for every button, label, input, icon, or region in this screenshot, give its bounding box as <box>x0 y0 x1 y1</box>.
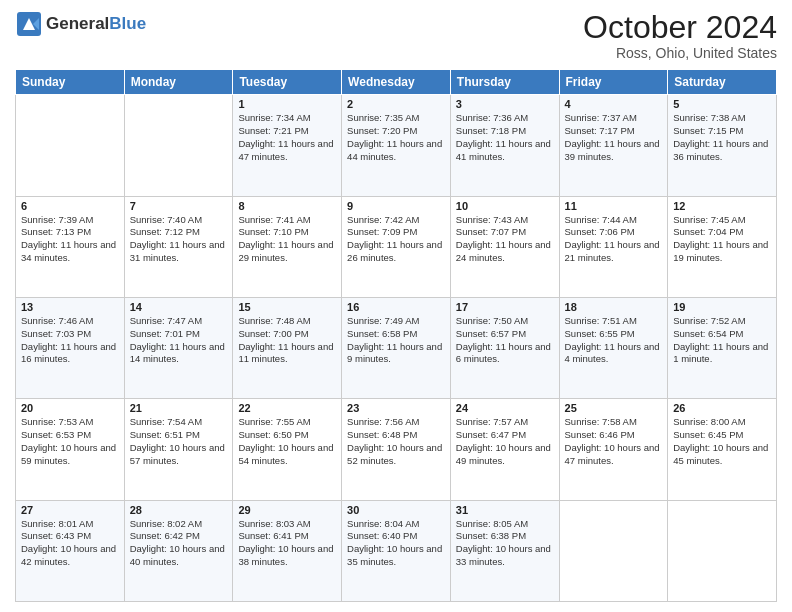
day-info: Sunrise: 7:37 AM Sunset: 7:17 PM Dayligh… <box>565 112 663 163</box>
day-info: Sunrise: 7:35 AM Sunset: 7:20 PM Dayligh… <box>347 112 445 163</box>
table-row: 10Sunrise: 7:43 AM Sunset: 7:07 PM Dayli… <box>450 196 559 297</box>
day-info: Sunrise: 7:48 AM Sunset: 7:00 PM Dayligh… <box>238 315 336 366</box>
table-row: 27Sunrise: 8:01 AM Sunset: 6:43 PM Dayli… <box>16 500 125 601</box>
calendar-week-row: 6Sunrise: 7:39 AM Sunset: 7:13 PM Daylig… <box>16 196 777 297</box>
day-number: 9 <box>347 200 445 212</box>
day-info: Sunrise: 7:55 AM Sunset: 6:50 PM Dayligh… <box>238 416 336 467</box>
calendar-week-row: 20Sunrise: 7:53 AM Sunset: 6:53 PM Dayli… <box>16 399 777 500</box>
day-number: 17 <box>456 301 554 313</box>
table-row: 26Sunrise: 8:00 AM Sunset: 6:45 PM Dayli… <box>668 399 777 500</box>
table-row <box>668 500 777 601</box>
day-info: Sunrise: 7:44 AM Sunset: 7:06 PM Dayligh… <box>565 214 663 265</box>
calendar-week-row: 27Sunrise: 8:01 AM Sunset: 6:43 PM Dayli… <box>16 500 777 601</box>
day-number: 12 <box>673 200 771 212</box>
table-row: 18Sunrise: 7:51 AM Sunset: 6:55 PM Dayli… <box>559 297 668 398</box>
table-row: 21Sunrise: 7:54 AM Sunset: 6:51 PM Dayli… <box>124 399 233 500</box>
col-friday: Friday <box>559 70 668 95</box>
calendar-header-row: Sunday Monday Tuesday Wednesday Thursday… <box>16 70 777 95</box>
day-number: 11 <box>565 200 663 212</box>
day-number: 14 <box>130 301 228 313</box>
day-number: 24 <box>456 402 554 414</box>
subtitle: Ross, Ohio, United States <box>583 45 777 61</box>
table-row: 22Sunrise: 7:55 AM Sunset: 6:50 PM Dayli… <box>233 399 342 500</box>
table-row: 5Sunrise: 7:38 AM Sunset: 7:15 PM Daylig… <box>668 95 777 196</box>
title-area: October 2024 Ross, Ohio, United States <box>583 10 777 61</box>
day-number: 20 <box>21 402 119 414</box>
day-number: 15 <box>238 301 336 313</box>
day-info: Sunrise: 7:54 AM Sunset: 6:51 PM Dayligh… <box>130 416 228 467</box>
col-wednesday: Wednesday <box>342 70 451 95</box>
table-row: 17Sunrise: 7:50 AM Sunset: 6:57 PM Dayli… <box>450 297 559 398</box>
day-info: Sunrise: 7:45 AM Sunset: 7:04 PM Dayligh… <box>673 214 771 265</box>
table-row <box>559 500 668 601</box>
logo: GeneralBlue <box>15 10 146 38</box>
table-row: 11Sunrise: 7:44 AM Sunset: 7:06 PM Dayli… <box>559 196 668 297</box>
day-number: 18 <box>565 301 663 313</box>
day-number: 27 <box>21 504 119 516</box>
day-number: 25 <box>565 402 663 414</box>
logo-general-text: General <box>46 14 109 33</box>
day-info: Sunrise: 7:40 AM Sunset: 7:12 PM Dayligh… <box>130 214 228 265</box>
day-info: Sunrise: 7:50 AM Sunset: 6:57 PM Dayligh… <box>456 315 554 366</box>
day-info: Sunrise: 8:03 AM Sunset: 6:41 PM Dayligh… <box>238 518 336 569</box>
day-number: 3 <box>456 98 554 110</box>
day-number: 8 <box>238 200 336 212</box>
table-row: 16Sunrise: 7:49 AM Sunset: 6:58 PM Dayli… <box>342 297 451 398</box>
day-info: Sunrise: 7:49 AM Sunset: 6:58 PM Dayligh… <box>347 315 445 366</box>
day-number: 26 <box>673 402 771 414</box>
logo-blue-text: Blue <box>109 14 146 33</box>
day-number: 5 <box>673 98 771 110</box>
day-info: Sunrise: 7:58 AM Sunset: 6:46 PM Dayligh… <box>565 416 663 467</box>
header: GeneralBlue October 2024 Ross, Ohio, Uni… <box>15 10 777 61</box>
table-row: 24Sunrise: 7:57 AM Sunset: 6:47 PM Dayli… <box>450 399 559 500</box>
day-info: Sunrise: 7:34 AM Sunset: 7:21 PM Dayligh… <box>238 112 336 163</box>
table-row: 20Sunrise: 7:53 AM Sunset: 6:53 PM Dayli… <box>16 399 125 500</box>
calendar-week-row: 13Sunrise: 7:46 AM Sunset: 7:03 PM Dayli… <box>16 297 777 398</box>
table-row: 13Sunrise: 7:46 AM Sunset: 7:03 PM Dayli… <box>16 297 125 398</box>
table-row: 7Sunrise: 7:40 AM Sunset: 7:12 PM Daylig… <box>124 196 233 297</box>
table-row: 1Sunrise: 7:34 AM Sunset: 7:21 PM Daylig… <box>233 95 342 196</box>
table-row: 12Sunrise: 7:45 AM Sunset: 7:04 PM Dayli… <box>668 196 777 297</box>
table-row: 9Sunrise: 7:42 AM Sunset: 7:09 PM Daylig… <box>342 196 451 297</box>
day-info: Sunrise: 7:36 AM Sunset: 7:18 PM Dayligh… <box>456 112 554 163</box>
table-row: 2Sunrise: 7:35 AM Sunset: 7:20 PM Daylig… <box>342 95 451 196</box>
day-number: 23 <box>347 402 445 414</box>
day-number: 22 <box>238 402 336 414</box>
table-row: 4Sunrise: 7:37 AM Sunset: 7:17 PM Daylig… <box>559 95 668 196</box>
day-number: 30 <box>347 504 445 516</box>
table-row <box>16 95 125 196</box>
day-number: 6 <box>21 200 119 212</box>
table-row: 30Sunrise: 8:04 AM Sunset: 6:40 PM Dayli… <box>342 500 451 601</box>
logo-icon <box>15 10 43 38</box>
day-number: 10 <box>456 200 554 212</box>
col-monday: Monday <box>124 70 233 95</box>
day-info: Sunrise: 7:53 AM Sunset: 6:53 PM Dayligh… <box>21 416 119 467</box>
day-number: 29 <box>238 504 336 516</box>
table-row: 23Sunrise: 7:56 AM Sunset: 6:48 PM Dayli… <box>342 399 451 500</box>
col-sunday: Sunday <box>16 70 125 95</box>
day-info: Sunrise: 7:52 AM Sunset: 6:54 PM Dayligh… <box>673 315 771 366</box>
day-info: Sunrise: 7:51 AM Sunset: 6:55 PM Dayligh… <box>565 315 663 366</box>
table-row: 31Sunrise: 8:05 AM Sunset: 6:38 PM Dayli… <box>450 500 559 601</box>
table-row: 6Sunrise: 7:39 AM Sunset: 7:13 PM Daylig… <box>16 196 125 297</box>
table-row: 15Sunrise: 7:48 AM Sunset: 7:00 PM Dayli… <box>233 297 342 398</box>
table-row: 8Sunrise: 7:41 AM Sunset: 7:10 PM Daylig… <box>233 196 342 297</box>
day-info: Sunrise: 8:01 AM Sunset: 6:43 PM Dayligh… <box>21 518 119 569</box>
day-number: 1 <box>238 98 336 110</box>
day-number: 19 <box>673 301 771 313</box>
day-number: 28 <box>130 504 228 516</box>
table-row: 29Sunrise: 8:03 AM Sunset: 6:41 PM Dayli… <box>233 500 342 601</box>
day-info: Sunrise: 8:02 AM Sunset: 6:42 PM Dayligh… <box>130 518 228 569</box>
day-info: Sunrise: 7:57 AM Sunset: 6:47 PM Dayligh… <box>456 416 554 467</box>
main-title: October 2024 <box>583 10 777 45</box>
day-number: 16 <box>347 301 445 313</box>
day-info: Sunrise: 7:39 AM Sunset: 7:13 PM Dayligh… <box>21 214 119 265</box>
day-info: Sunrise: 7:47 AM Sunset: 7:01 PM Dayligh… <box>130 315 228 366</box>
col-thursday: Thursday <box>450 70 559 95</box>
col-saturday: Saturday <box>668 70 777 95</box>
day-info: Sunrise: 7:38 AM Sunset: 7:15 PM Dayligh… <box>673 112 771 163</box>
day-number: 4 <box>565 98 663 110</box>
day-number: 21 <box>130 402 228 414</box>
day-info: Sunrise: 7:43 AM Sunset: 7:07 PM Dayligh… <box>456 214 554 265</box>
day-number: 2 <box>347 98 445 110</box>
